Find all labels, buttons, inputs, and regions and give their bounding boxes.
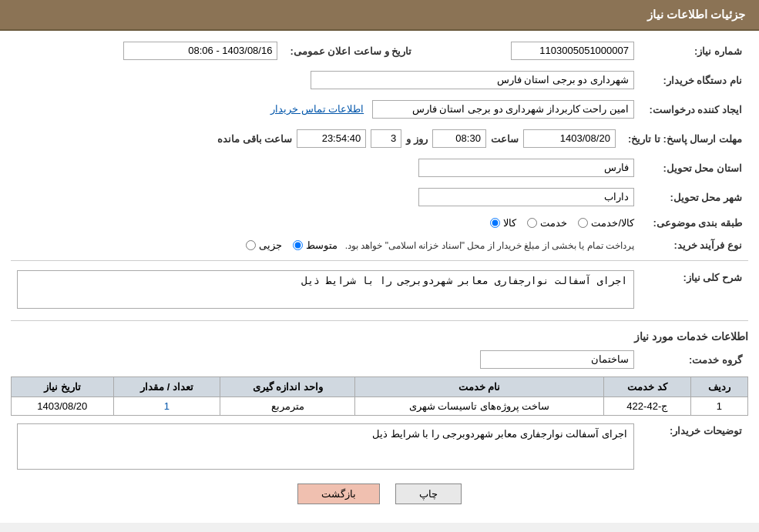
cell-unit: مترمربع [220,397,355,416]
category-kala-label: کالا [503,217,516,229]
category-value-cell: کالا/خدمت خدمت کالا [11,214,640,232]
print-button[interactable]: چاپ [395,483,462,504]
city-value: داراب [418,188,634,206]
cell-name: ساخت پروژه‌های تاسیسات شهری [355,397,604,416]
info-table-row2: نام دستگاه خریدار: شهرداری دو برجی استان… [11,68,748,92]
cell-code: ج-42-422 [603,397,690,416]
process-radio-group: متوسط جزیی [246,239,338,251]
city-value-cell: داراب [11,185,640,209]
process-value-cell: پرداخت تمام یا بخشی از مبلغ خریدار از مح… [11,236,640,254]
deadline-row: 1403/08/20 ساعت 08:30 روز و 3 23:54:40 س… [17,129,616,148]
contact-link[interactable]: اطلاعات تماس خریدار [270,103,364,115]
info-table-row7: طبقه بندی موضوعی: کالا/خدمت خدمت کالا [11,214,748,232]
page-container: جزئیات اطلاعات نیاز شماره نیاز: 11030050… [0,0,759,523]
buyer-dept-value: شهرداری دو برجی استان فارس [311,71,634,89]
col-header-code: کد خدمت [603,377,690,397]
category-kala-khadmat-label: کالا/خدمت [591,217,634,229]
province-value-cell: فارس [11,156,640,180]
cell-row: 1 [690,397,747,416]
info-table-row5: استان محل تحویل: فارس [11,156,748,180]
service-group-table: گروه خدمت: ساختمان [11,347,748,372]
header-title: جزئیات اطلاعات نیاز [647,8,745,21]
need-number-value: 1103005051000007 [511,42,634,60]
info-table-row8: نوع فرآیند خرید: پرداخت تمام یا بخشی از … [11,236,748,254]
table-row: 1 ج-42-422 ساخت پروژه‌های تاسیسات شهری م… [12,397,748,416]
process-radio-motavaset: متوسط [293,239,338,251]
buyer-desc-value-cell: اجرای آسفالت نوارجفاری معابر شهردوبرجی ر… [11,420,640,473]
col-header-row: ردیف [690,377,747,397]
category-radio-kala: کالا [490,217,516,229]
deadline-time: 08:30 [432,129,486,148]
process-row: پرداخت تمام یا بخشی از مبلغ خریدار از مح… [17,239,634,251]
category-radio-kala-input[interactable] [490,218,500,228]
divider2 [11,320,748,321]
col-header-qty: تعداد / مقدار [113,377,220,397]
city-label: شهر محل تحویل: [640,185,748,209]
deadline-remaining-label: ساعت باقی مانده [217,133,292,145]
service-group-value-cell: ساختمان [11,347,640,372]
announcement-date-label: تاریخ و ساعت اعلان عمومی: [284,38,418,63]
services-title: اطلاعات خدمات مورد نیاز [11,330,748,343]
deadline-label: مهلت ارسال پاسخ: تا تاریخ: [622,126,748,151]
province-value: فارس [418,159,634,177]
buyer-desc-area: اجرای آسفالت نوارجفاری معابر شهردوبرجی ر… [17,423,634,470]
deadline-days: 3 [371,129,401,148]
col-header-name: نام خدمت [355,377,604,397]
need-description-textarea[interactable]: اجرای آسفالت نوارجفاری معابر شهردوبرجی ر… [17,270,634,309]
deadline-remaining: 23:54:40 [297,129,366,148]
back-button[interactable]: بازگشت [297,483,380,504]
process-label: نوع فرآیند خرید: [640,236,748,254]
divider1 [11,260,748,261]
need-description-label: شرح کلی نیاز: [640,267,748,314]
service-table: ردیف کد خدمت نام خدمت واحد اندازه گیری ت… [11,376,748,416]
deadline-date: 1403/08/20 [523,129,616,148]
province-label: استان محل تحویل: [640,156,748,180]
process-note: پرداخت تمام یا بخشی از مبلغ خریدار از مح… [345,240,634,251]
creator-label: ایجاد کننده درخواست: [640,97,748,122]
btn-row: چاپ بازگشت [11,483,748,504]
category-radio-group: کالا/خدمت خدمت کالا [17,217,634,229]
page-header: جزئیات اطلاعات نیاز [0,0,759,31]
announcement-date-value: 1403/08/16 - 08:06 [123,42,277,60]
col-header-unit: واحد اندازه گیری [220,377,355,397]
category-radio-kala-khadmat: کالا/خدمت [578,217,634,229]
deadline-value-cell: 1403/08/20 ساعت 08:30 روز و 3 23:54:40 س… [11,126,622,151]
process-radio-jozyi: جزیی [246,239,282,251]
cell-qty: 1 [113,397,220,416]
category-radio-khadmat-input[interactable] [527,218,537,228]
buyer-dept-label: نام دستگاه خریدار: [640,68,748,92]
process-radio-motavaset-input[interactable] [293,240,303,250]
main-content: شماره نیاز: 1103005051000007 تاریخ و ساع… [0,31,759,523]
process-radio-jozyi-input[interactable] [246,240,256,250]
category-radio-khadmat: خدمت [527,217,567,229]
announcement-date-value-cell: 1403/08/16 - 08:06 [11,38,284,63]
need-description-value-cell: اجرای آسفالت نوارجفاری معابر شهردوبرجی ر… [11,267,640,314]
col-header-date: تاریخ نیاز [12,377,114,397]
need-number-value-cell: 1103005051000007 [418,38,640,63]
service-group-label: گروه خدمت: [640,347,748,372]
deadline-time-label: ساعت [491,133,519,145]
category-radio-kala-khadmat-input[interactable] [578,218,588,228]
info-table-buyer-desc: توضیحات خریدار: اجرای آسفالت نوارجفاری م… [11,420,748,473]
info-table-row4: مهلت ارسال پاسخ: تا تاریخ: 1403/08/20 سا… [11,126,748,151]
need-number-label: شماره نیاز: [640,38,748,63]
buyer-desc-label: توضیحات خریدار: [640,420,748,473]
creator-value-cell: امین راحت کاربرداز شهرداری دو برجی استان… [11,97,640,122]
category-khadmat-label: خدمت [540,217,567,229]
info-table-row1: شماره نیاز: 1103005051000007 تاریخ و ساع… [11,38,748,63]
cell-date: 1403/08/20 [12,397,114,416]
info-table-row6: شهر محل تحویل: داراب [11,185,748,209]
service-group-value: ساختمان [480,350,634,369]
deadline-days-label: روز و [406,133,428,145]
buyer-dept-value-cell: شهرداری دو برجی استان فارس [11,68,640,92]
creator-value: امین راحت کاربرداز شهرداری دو برجی استان… [372,100,634,119]
info-table-row3: ایجاد کننده درخواست: امین راحت کاربرداز … [11,97,748,122]
process-jozyi-label: جزیی [259,239,282,251]
info-table-need-desc: شرح کلی نیاز: اجرای آسفالت نوارجفاری معا… [11,267,748,314]
process-motavaset-label: متوسط [306,239,338,251]
category-label: طبقه بندی موضوعی: [640,214,748,232]
